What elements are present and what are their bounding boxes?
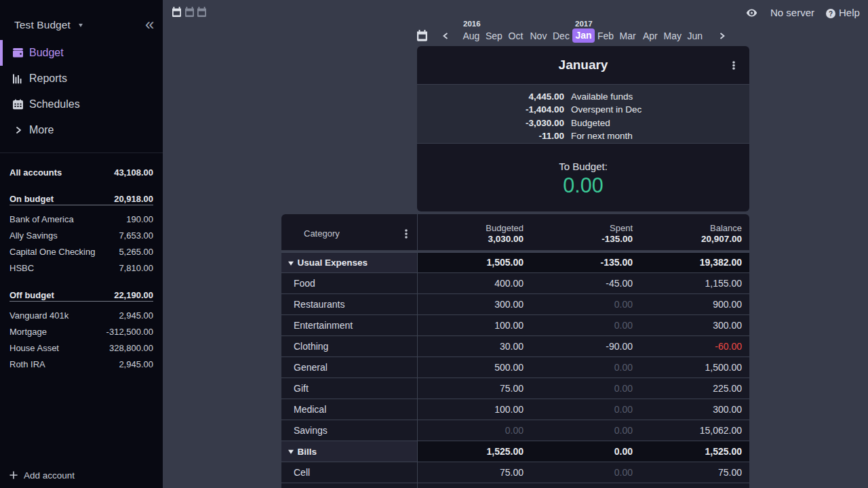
svg-text:?: ? <box>829 9 833 17</box>
